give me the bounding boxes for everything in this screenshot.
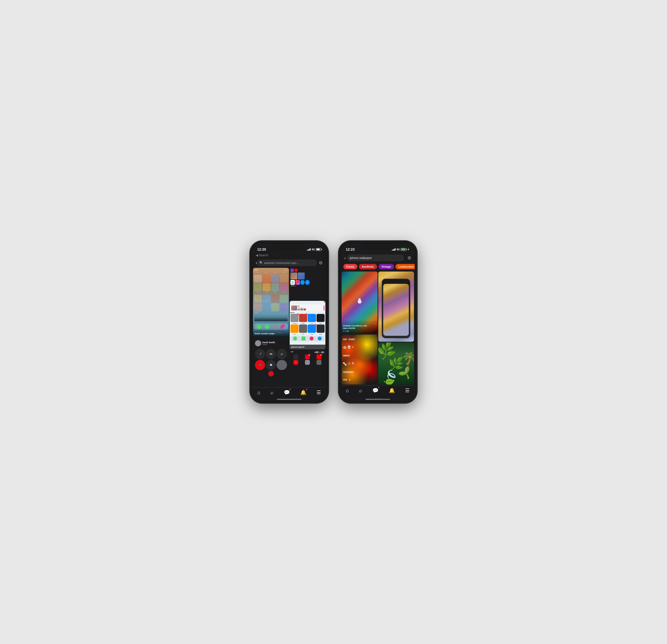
card-colorful-wallpaper[interactable]: IPHONE COLORFUL LIVE WALLPAPER ♥ 1.6k ··…	[342, 272, 377, 334]
tab-chat-1[interactable]: 💬	[284, 389, 290, 396]
search-bar-1[interactable]: 🔍 aesthetic homescreen layo...	[257, 259, 317, 266]
red-btn[interactable]: 📹	[255, 360, 265, 370]
4g-badge-1: 4G	[312, 248, 315, 251]
dots-marble[interactable]: ···	[410, 338, 412, 340]
flip-btn[interactable]: 🔄	[266, 360, 276, 370]
dock-music-mid: 209	[310, 337, 313, 340]
status-icons-1: 4G	[307, 248, 321, 251]
drawer-status: 6:48 4G	[290, 351, 325, 354]
home-indicator-1	[252, 399, 326, 401]
l-music2: music	[290, 334, 299, 335]
card-layout-top[interactable]: SUN 19 A APRIL 9	[290, 268, 326, 300]
embed-time-mid: 13:08	[291, 302, 295, 304]
tab-home-2[interactable]: ⌂	[346, 388, 349, 393]
d-app-youtube: 4	[316, 354, 322, 359]
d-badge-pin: ●	[308, 354, 310, 356]
tab-home-1[interactable]: ⌂	[258, 390, 260, 396]
tab-menu-1[interactable]: ☰	[316, 389, 321, 396]
status-time-2: 12:23	[346, 247, 355, 251]
label-row-mid: essential utilities school media	[290, 323, 325, 324]
cb-3: BREAK	[343, 354, 350, 357]
dock-sms-mid: 31	[302, 337, 306, 340]
right-col-1: SUN 19 A APRIL 9	[290, 268, 326, 386]
tag-aesthetic[interactable]: Aesthetic	[359, 264, 377, 269]
tab-search-2[interactable]: ⌕	[359, 388, 362, 393]
dots-layout[interactable]: ···	[322, 345, 324, 348]
music-section-label: Music	[290, 312, 325, 313]
apple-logo-wrap	[356, 298, 363, 308]
notif-icon-1: 🔔	[300, 389, 306, 396]
appstore-label: A	[307, 281, 308, 284]
tag-funny[interactable]: Funny	[343, 264, 357, 269]
tropical-bg-div: 🌿 🌴 🍃 🌱 🌿	[378, 342, 414, 385]
calendar-day: 19	[292, 282, 294, 284]
mini-app-blue	[308, 314, 316, 322]
badge-77: 77	[314, 324, 316, 326]
wifi-icon-home: ▲	[284, 269, 286, 271]
tab-chat-2[interactable]: 💬	[372, 387, 378, 393]
mini-app-music	[290, 324, 298, 333]
menu-icon-2: ☰	[405, 387, 409, 393]
right-col-2: ··· 🌿 🌴 🍃 🌱 🌿	[378, 272, 414, 385]
mini-notch	[391, 280, 402, 282]
apple-logo-svg	[356, 298, 363, 307]
call-controls: 🎤 ⌨ 🔊 📹 🔄 👤	[255, 349, 287, 370]
photo-1	[290, 273, 297, 279]
calendar-icon: SUN 19	[290, 280, 295, 285]
speaker-btn[interactable]: 🔊	[277, 349, 287, 359]
phone-in-phone-frame	[382, 279, 410, 338]
app-dot-11	[271, 295, 279, 303]
label-shopping: shopping	[254, 312, 288, 313]
chat-icon-1: 💬	[284, 389, 290, 396]
filter-button-1[interactable]: ⚙	[319, 260, 323, 265]
tab-bar-1: ⌂ ⌕ 💬 🔔 ☰	[252, 387, 326, 399]
mute-btn[interactable]: 🎤	[255, 349, 265, 359]
home-icon-2: ⌂	[346, 388, 349, 393]
music-thumbs	[297, 308, 306, 310]
card-homescreen[interactable]: 10:02 ▲ 🔋 selfcare phone music	[253, 268, 289, 337]
caller-avatar	[255, 340, 261, 347]
card-tropical[interactable]: 🌿 🌴 🍃 🌱 🌿	[378, 342, 414, 385]
caller-details: Sarah Smith mobile	[262, 341, 275, 345]
tab-menu-2[interactable]: ☰	[405, 387, 409, 393]
sticker-emojis-2: 🦴 🏀 🎯	[343, 362, 377, 366]
notif-dot-1	[306, 389, 307, 390]
tab-notif-1[interactable]: 🔔	[300, 389, 306, 396]
end-call-btn[interactable]: 📞	[268, 371, 274, 376]
call-screen-bg: Sarah Smith mobile 🎤 ⌨ 🔊 📹 🔄 👤	[253, 337, 289, 386]
status-icons-2: 4G ⚡	[392, 248, 410, 251]
music-bar	[324, 306, 324, 310]
tab-notif-2[interactable]: 🔔	[389, 387, 395, 393]
dots-homescreen[interactable]: ···	[279, 331, 282, 335]
tag-lockscreen[interactable]: Lockscreen a...	[395, 264, 415, 269]
dots-top-right[interactable]: ···	[321, 296, 324, 299]
battery-fill-1	[316, 248, 320, 250]
card-layout-mid[interactable]: 13:08 ▲ ■ ayo	[290, 301, 326, 349]
filter-button-2[interactable]: ⚙	[407, 255, 411, 261]
keypad-btn[interactable]: ⌨	[266, 349, 276, 359]
dots-colorful[interactable]: ···	[374, 322, 376, 325]
tag-vintage[interactable]: Vintage	[378, 264, 394, 269]
filter-tags-row: Funny Aesthetic Vintage Lockscreen a...	[341, 262, 415, 271]
street-bg	[255, 317, 288, 321]
app-dot-3	[271, 275, 279, 283]
search-bar-2[interactable]: iphone wallpaper	[347, 255, 404, 261]
thumb-1	[297, 308, 300, 310]
tab-search-1[interactable]: ⌕	[271, 390, 274, 396]
card-call[interactable]: Sarah Smith mobile 🎤 ⌨ 🔊 📹 🔄 👤	[253, 337, 289, 386]
drawer-4g: 4G	[319, 352, 321, 353]
b3	[316, 351, 317, 353]
drawer-battery	[321, 352, 324, 353]
apps-grid-2	[254, 295, 288, 311]
card-marble[interactable]: ···	[378, 272, 414, 342]
back-button-2[interactable]: ‹	[344, 256, 345, 260]
card-sticker[interactable]: EAT SLEEP 🐵 💀 🎸 BREAK	[342, 335, 377, 385]
person-btn[interactable]: 👤	[277, 360, 287, 370]
photos-icon	[295, 280, 300, 285]
colorful-meta: ♥ 1.6k	[343, 329, 376, 332]
4g-badge-2: 4G	[396, 248, 400, 251]
card-app-drawer[interactable]: 6:48 4G	[290, 350, 326, 386]
sticker-emoji-1: 🐵	[343, 345, 347, 349]
app-dot-14	[263, 303, 271, 311]
l-socials: socials	[308, 334, 316, 335]
